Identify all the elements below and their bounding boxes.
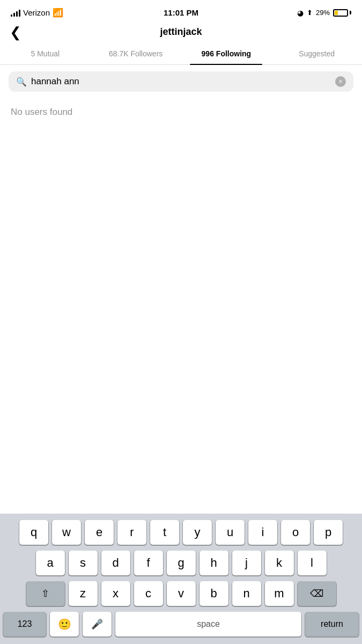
key-shift[interactable]: ⇧: [26, 581, 65, 606]
keyboard: q w e r t y u i o p a s d f g h j k l ⇧ …: [0, 514, 362, 644]
keyboard-row-4: 123 🙂 🎤 space return: [3, 612, 359, 636]
key-d[interactable]: d: [101, 551, 130, 575]
key-o[interactable]: o: [281, 520, 310, 545]
key-l[interactable]: l: [298, 551, 327, 575]
key-x[interactable]: x: [101, 581, 130, 606]
key-n[interactable]: n: [232, 581, 261, 606]
header: ❮ jettinjack: [0, 21, 362, 43]
battery-icon: [333, 9, 351, 17]
key-c[interactable]: c: [134, 581, 163, 606]
key-i[interactable]: i: [248, 520, 277, 545]
key-m[interactable]: m: [265, 581, 294, 606]
status-left: Verizon 📶: [11, 8, 63, 18]
keyboard-row-2: a s d f g h j k l: [3, 551, 359, 575]
key-k[interactable]: k: [265, 551, 294, 575]
key-e[interactable]: e: [85, 520, 114, 545]
key-p[interactable]: p: [314, 520, 343, 545]
back-button[interactable]: ❮: [10, 25, 21, 39]
key-b[interactable]: b: [200, 581, 228, 606]
key-s[interactable]: s: [69, 551, 98, 575]
search-container: 🔍 ×: [0, 65, 362, 98]
wifi-icon: 📶: [53, 8, 63, 18]
signal-bar-2: [13, 13, 15, 17]
signal-bar-1: [11, 14, 12, 17]
key-w[interactable]: w: [52, 520, 81, 545]
key-u[interactable]: u: [216, 520, 245, 545]
key-delete[interactable]: ⌫: [298, 581, 336, 606]
search-input[interactable]: [31, 76, 331, 87]
keyboard-row-3: ⇧ z x c v b n m ⌫: [3, 581, 359, 606]
page-title: jettinjack: [160, 26, 202, 38]
tab-suggested[interactable]: Suggested: [271, 43, 362, 64]
key-r[interactable]: r: [117, 520, 146, 545]
status-bar: Verizon 📶 11:01 PM ◕ ⬆ 29%: [0, 0, 362, 21]
signal-bar-4: [19, 10, 20, 17]
key-t[interactable]: t: [150, 520, 179, 545]
carrier-label: Verizon: [23, 8, 50, 17]
key-numbers[interactable]: 123: [3, 612, 46, 636]
search-icon: 🔍: [16, 77, 27, 87]
signal-bars: [11, 9, 20, 17]
key-microphone[interactable]: 🎤: [83, 612, 112, 636]
key-h[interactable]: h: [200, 551, 228, 575]
key-a[interactable]: a: [36, 551, 65, 575]
ring-icon: ◕: [297, 9, 304, 17]
tab-mutual[interactable]: 5 Mutual: [0, 43, 91, 64]
key-g[interactable]: g: [167, 551, 196, 575]
key-z[interactable]: z: [69, 581, 98, 606]
search-bar: 🔍 ×: [9, 71, 353, 92]
key-v[interactable]: v: [167, 581, 196, 606]
status-right: ◕ ⬆ 29%: [297, 9, 351, 17]
search-clear-button[interactable]: ×: [335, 76, 346, 87]
key-j[interactable]: j: [232, 551, 261, 575]
key-emoji[interactable]: 🙂: [50, 612, 79, 636]
tab-bar: 5 Mutual 68.7K Followers 996 Following S…: [0, 43, 362, 65]
battery-percent: 29%: [316, 9, 330, 17]
tab-following[interactable]: 996 Following: [181, 43, 272, 64]
keyboard-row-1: q w e r t y u i o p: [3, 520, 359, 545]
status-time: 11:01 PM: [164, 8, 198, 17]
key-q[interactable]: q: [19, 520, 48, 545]
tab-followers[interactable]: 68.7K Followers: [91, 43, 181, 64]
key-f[interactable]: f: [134, 551, 163, 575]
signal-bar-3: [16, 11, 18, 17]
key-space[interactable]: space: [115, 612, 301, 636]
no-results-text: No users found: [0, 98, 362, 126]
key-return[interactable]: return: [305, 612, 359, 636]
location-icon: ⬆: [307, 9, 313, 17]
key-y[interactable]: y: [183, 520, 212, 545]
